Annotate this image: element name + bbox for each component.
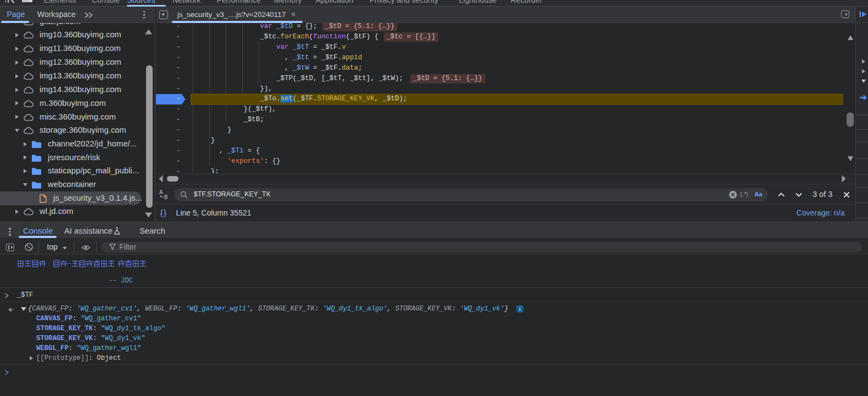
svg-text:B: B: [164, 194, 168, 200]
svg-text:A: A: [159, 189, 163, 195]
